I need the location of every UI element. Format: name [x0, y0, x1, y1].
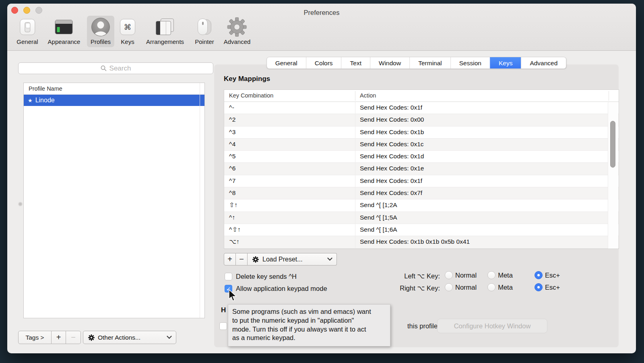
splitter-handle[interactable]	[18, 202, 23, 206]
mouse-cursor	[228, 289, 238, 305]
titlebar-toolbar: Preferences General Appearance Profiles …	[7, 4, 636, 51]
default-profile-star-icon: ★	[28, 97, 33, 104]
tab-general[interactable]: General	[267, 57, 306, 68]
load-preset-dropdown[interactable]: Load Preset...	[248, 253, 337, 266]
left-normal-radio[interactable]	[445, 271, 453, 279]
add-profile-button[interactable]: +	[52, 331, 66, 344]
tab-keys[interactable]: Keys	[490, 57, 521, 68]
table-row[interactable]: ^8Send Hex Codes: 0x7f	[224, 187, 619, 199]
hotkey-profile-text-fragment: this profile.	[407, 322, 440, 330]
gear-icon	[252, 256, 259, 263]
keypad-tooltip: Some programs (such as vim and emacs) wa…	[228, 304, 390, 346]
search-input[interactable]: Search	[18, 62, 213, 74]
preferences-window: Preferences General Appearance Profiles …	[7, 4, 636, 353]
mouse-icon	[195, 17, 214, 37]
right-option-key-label: Right ⌥ Key:	[375, 284, 440, 292]
tab-advanced[interactable]: Advanced	[521, 57, 566, 68]
remove-profile-button[interactable]: −	[66, 331, 81, 344]
gear-icon	[227, 17, 247, 37]
appearance-icon	[54, 17, 74, 37]
table-row[interactable]: ^3Send Hex Codes: 0x1b	[224, 127, 619, 139]
tab-colors[interactable]: Colors	[306, 57, 341, 68]
configure-hotkey-window-button[interactable]: Configure Hotkey Window	[437, 319, 547, 333]
general-icon	[18, 17, 37, 37]
profiles-icon	[91, 17, 110, 37]
command-key-icon: ⌘	[118, 17, 137, 37]
scrollbar-thumb[interactable]	[610, 121, 615, 168]
chevron-down-icon	[167, 334, 172, 339]
hotkey-heading-fragment: H	[221, 306, 226, 314]
right-normal-radio[interactable]	[445, 283, 453, 291]
column-divider	[200, 83, 200, 318]
left-option-key-label: Left ⌥ Key:	[375, 272, 440, 280]
table-row[interactable]: ^↑Send ^[ [1;5A	[224, 212, 619, 224]
hotkey-checkbox[interactable]	[219, 322, 227, 330]
scrollbar-track[interactable]	[608, 102, 618, 249]
toolbar-item-arrangements[interactable]: Arrangements	[142, 16, 188, 47]
table-row[interactable]: ^2Send Hex Codes: 0x00	[224, 114, 619, 126]
tab-text[interactable]: Text	[341, 57, 370, 68]
tags-button[interactable]: Tags >	[18, 331, 52, 344]
profile-tabbar: General Colors Text Window Terminal Sess…	[266, 57, 567, 69]
table-row[interactable]: ^-Send Hex Codes: 0x1f	[224, 102, 619, 114]
left-meta-radio[interactable]	[487, 271, 495, 279]
right-option-key-group: Normal Meta Esc+	[445, 283, 560, 291]
profile-name: Linode	[35, 97, 55, 104]
table-row[interactable]: ^5Send Hex Codes: 0x1d	[224, 151, 619, 163]
col-key-combination: Key Combination	[229, 92, 273, 99]
right-meta-radio[interactable]	[487, 283, 495, 291]
table-row[interactable]: ^6Send Hex Codes: 0x1e	[224, 163, 619, 175]
table-row[interactable]: ⇧↑Send ^[ [1;2A	[224, 199, 619, 212]
table-row[interactable]: ^4Send Hex Codes: 0x1c	[224, 139, 619, 151]
delete-key-option: Delete key sends ^H	[225, 273, 297, 280]
tab-terminal[interactable]: Terminal	[409, 57, 450, 68]
chevron-down-icon	[327, 255, 332, 261]
right-esc-radio[interactable]	[535, 283, 543, 291]
profile-list: Profile Name ★ Linode	[23, 83, 205, 318]
gear-icon	[88, 334, 95, 341]
col-action: Action	[360, 92, 376, 99]
remove-mapping-button[interactable]: −	[236, 253, 248, 266]
toolbar-item-keys[interactable]: ⌘ Keys	[114, 16, 141, 47]
toolbar-item-profiles[interactable]: Profiles	[87, 16, 114, 47]
other-actions-dropdown[interactable]: Other Actions...	[83, 331, 176, 344]
tab-session[interactable]: Session	[450, 57, 490, 68]
keypad-mode-option: ✓ Allow application keypad mode	[225, 285, 327, 292]
key-mappings-heading: Key Mappings	[224, 75, 270, 83]
table-row[interactable]: ^7Send Hex Codes: 0x1f	[224, 175, 619, 187]
mapping-actions-bar: + − Load Preset...	[224, 253, 337, 266]
profile-list-header[interactable]: Profile Name	[24, 83, 204, 95]
arrangements-icon	[155, 17, 175, 37]
search-placeholder: Search	[109, 64, 131, 73]
profile-row-linode[interactable]: ★ Linode	[24, 95, 204, 106]
delete-key-checkbox[interactable]	[225, 273, 232, 280]
search-icon	[101, 65, 107, 71]
key-mappings-table: Key Combination Action ^-Send Hex Codes:…	[224, 89, 619, 249]
profile-detail-panel: General Colors Text Window Terminal Sess…	[214, 64, 619, 347]
left-option-key-group: Normal Meta Esc+	[445, 271, 560, 279]
add-mapping-button[interactable]: +	[224, 253, 236, 266]
table-header: Key Combination Action	[224, 90, 619, 102]
table-body: ^-Send Hex Codes: 0x1f ^2Send Hex Codes:…	[224, 102, 619, 249]
table-row[interactable]: ⌥↑Send Hex Codes: 0x1b 0x1b 0x5b 0x41	[224, 236, 619, 248]
toolbar-item-appearance[interactable]: Appearance	[44, 16, 84, 47]
profile-list-footer: Tags > + −	[18, 331, 81, 344]
toolbar-item-pointer[interactable]: Pointer	[191, 16, 218, 47]
toolbar-item-advanced[interactable]: Advanced	[220, 16, 254, 47]
toolbar-item-general[interactable]: General	[13, 16, 41, 47]
left-esc-radio[interactable]	[535, 271, 543, 279]
table-row[interactable]: ^⇧↑Send ^[ [1;6A	[224, 224, 619, 236]
tab-window[interactable]: Window	[370, 57, 409, 68]
